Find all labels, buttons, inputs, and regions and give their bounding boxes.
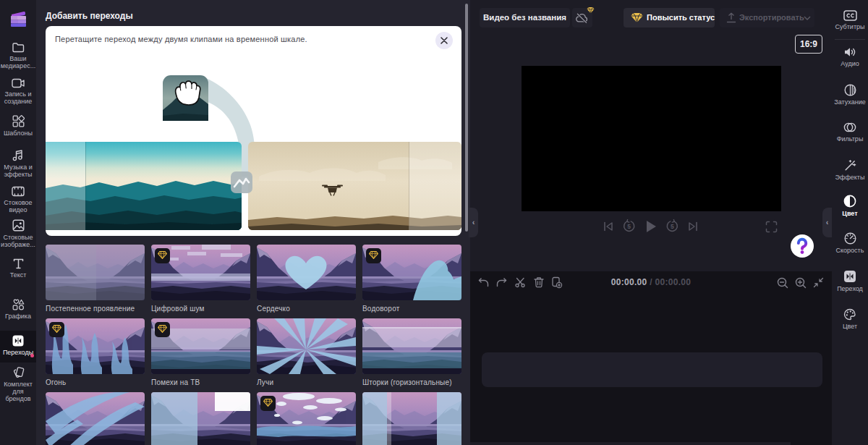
svg-text:5: 5 (671, 223, 674, 230)
svg-text:5: 5 (627, 223, 631, 230)
